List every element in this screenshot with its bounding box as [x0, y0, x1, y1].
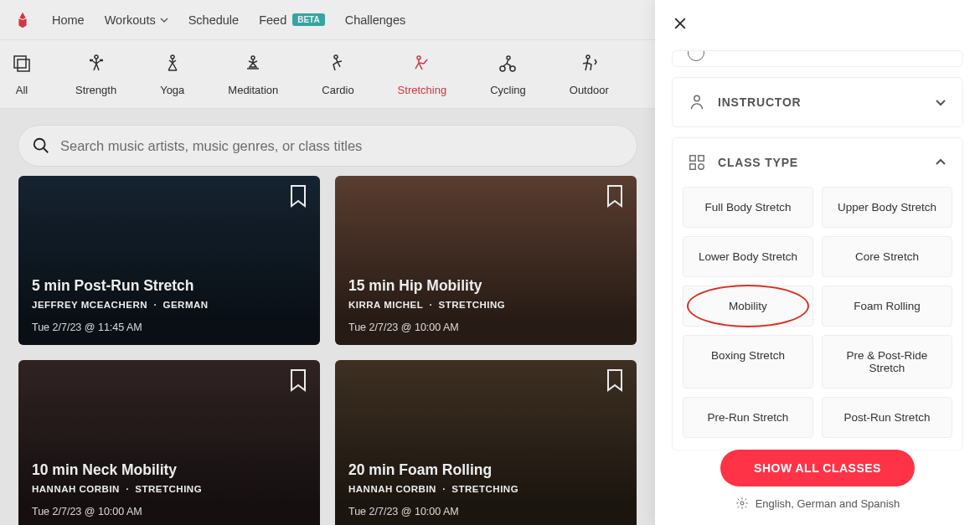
filter-panel: INSTRUCTOR CLASS TYPE Full Body StretchU…: [655, 0, 980, 525]
class-type-chip[interactable]: Upper Body Stretch: [822, 187, 952, 228]
class-type-chip[interactable]: Pre & Post-Ride Stretch: [822, 335, 952, 389]
class-type-chip[interactable]: Foam Rolling: [822, 286, 952, 327]
class-type-chip[interactable]: Core Stretch: [822, 236, 952, 277]
filter-class-type-title: CLASS TYPE: [718, 156, 922, 169]
filter-instructor-header[interactable]: INSTRUCTOR: [673, 78, 962, 126]
close-button[interactable]: [672, 15, 689, 35]
class-type-chip[interactable]: Boxing Stretch: [683, 335, 813, 389]
svg-rect-14: [699, 156, 704, 161]
filter-class-type-header[interactable]: CLASS TYPE: [673, 138, 962, 187]
gear-icon: [735, 497, 749, 510]
panel-footer: SHOW ALL CLASSES English, German and Spa…: [655, 441, 980, 525]
filter-class-type: CLASS TYPE Full Body StretchUpper Body S…: [672, 137, 963, 450]
svg-rect-15: [690, 164, 695, 169]
language-list-text: English, German and Spanish: [756, 497, 900, 510]
svg-point-19: [740, 502, 744, 505]
class-type-chip[interactable]: Mobility: [683, 286, 813, 327]
svg-point-16: [699, 164, 704, 169]
filter-instructor: INSTRUCTOR: [672, 77, 963, 127]
class-type-chip[interactable]: Pre-Run Stretch: [683, 397, 813, 438]
class-type-chip[interactable]: Post-Run Stretch: [822, 397, 952, 438]
svg-rect-13: [690, 156, 695, 161]
show-all-classes-button[interactable]: SHOW ALL CLASSES: [720, 450, 915, 486]
svg-point-12: [694, 95, 699, 100]
filter-partial-icon: [688, 50, 704, 61]
person-icon: [688, 93, 706, 111]
class-type-chip[interactable]: Lower Body Stretch: [683, 236, 813, 277]
filter-collapsed-partial: [672, 50, 963, 67]
filter-instructor-title: INSTRUCTOR: [718, 95, 922, 109]
backdrop-overlay[interactable]: [0, 0, 655, 525]
grid-icon: [688, 153, 706, 172]
chevron-down-icon: [934, 95, 947, 109]
language-settings-line[interactable]: English, German and Spanish: [672, 497, 963, 510]
class-type-chip[interactable]: Full Body Stretch: [683, 187, 813, 228]
chevron-up-icon: [934, 156, 947, 169]
close-icon: [672, 15, 689, 32]
